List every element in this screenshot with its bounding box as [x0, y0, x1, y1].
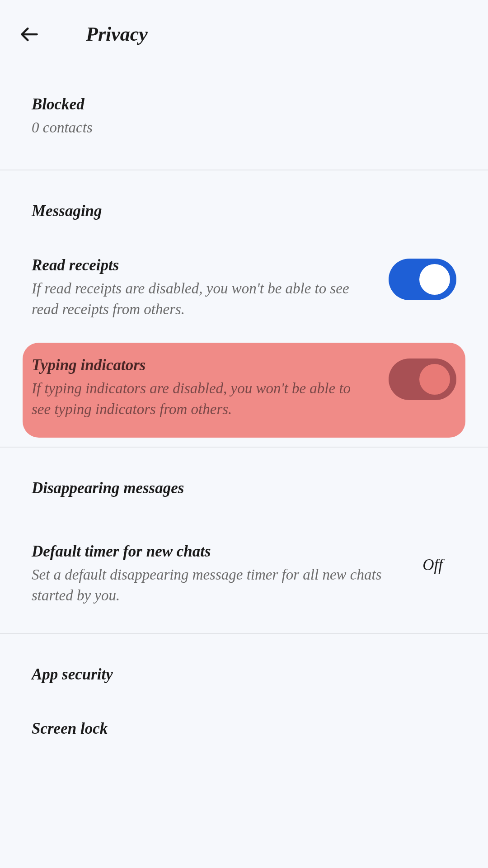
blocked-subtitle: 0 contacts [32, 117, 456, 138]
header: Privacy [0, 0, 488, 59]
typing-indicators-title: Typing indicators [32, 356, 371, 374]
typing-indicators-subtitle: If typing indicators are disabled, you w… [32, 378, 371, 420]
typing-indicators-toggle[interactable] [389, 359, 456, 400]
default-timer-title: Default timer for new chats [32, 542, 386, 561]
typing-indicators-item[interactable]: Typing indicators If typing indicators a… [23, 343, 465, 438]
blocked-item[interactable]: Blocked 0 contacts [32, 59, 456, 160]
default-timer-text: Default timer for new chats Set a defaul… [32, 542, 404, 606]
blocked-title: Blocked [32, 95, 456, 113]
messaging-header: Messaging [32, 170, 456, 247]
read-receipts-toggle[interactable] [389, 259, 456, 300]
read-receipts-subtitle: If read receipts are disabled, you won't… [32, 278, 371, 320]
toggle-knob [419, 364, 450, 395]
read-receipts-title: Read receipts [32, 256, 371, 274]
back-button[interactable] [18, 23, 41, 46]
typing-indicators-text: Typing indicators If typing indicators a… [32, 356, 389, 420]
page-title: Privacy [86, 23, 148, 46]
read-receipts-text: Read receipts If read receipts are disab… [32, 256, 389, 320]
app-security-header: App security [32, 634, 456, 711]
read-receipts-item[interactable]: Read receipts If read receipts are disab… [32, 247, 456, 333]
disappearing-header: Disappearing messages [32, 448, 456, 524]
arrow-left-icon [19, 24, 39, 44]
default-timer-item[interactable]: Default timer for new chats Set a defaul… [32, 524, 456, 624]
toggle-knob [419, 264, 450, 295]
app-security-section: App security Screen lock [0, 634, 488, 755]
blocked-section: Blocked 0 contacts [0, 59, 488, 160]
screen-lock-text: Screen lock [32, 720, 456, 741]
default-timer-subtitle: Set a default disappearing message timer… [32, 564, 386, 606]
default-timer-value: Off [404, 556, 456, 574]
disappearing-section: Disappearing messages Default timer for … [0, 448, 488, 624]
messaging-section: Messaging Read receipts If read receipts… [0, 170, 488, 438]
screen-lock-title: Screen lock [32, 720, 438, 738]
screen-lock-item[interactable]: Screen lock [32, 711, 456, 755]
